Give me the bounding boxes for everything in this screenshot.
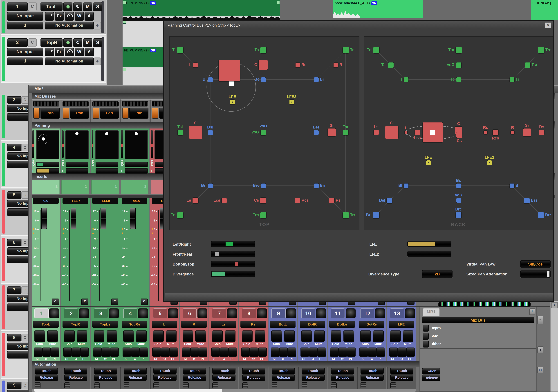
speaker-node[interactable]	[314, 130, 318, 135]
monitor-button[interactable]	[65, 48, 74, 56]
speaker-node[interactable]	[510, 77, 514, 82]
speaker-node[interactable]	[343, 130, 348, 135]
channel-name[interactable]: BotL	[270, 321, 296, 328]
speaker-node[interactable]	[295, 63, 300, 67]
solo-button[interactable]	[360, 331, 371, 342]
phase-button[interactable]	[368, 348, 377, 357]
pan-pad[interactable]	[95, 130, 119, 159]
speaker-node[interactable]	[208, 183, 213, 188]
speaker-node[interactable]	[373, 212, 379, 218]
pan-mini-slider[interactable]	[121, 130, 123, 158]
fader-value[interactable]: -144.5	[92, 198, 118, 204]
pan-mini-slider[interactable]	[62, 130, 64, 158]
horizontal-scrollbar[interactable]	[32, 389, 416, 392]
automation-toggle[interactable]	[272, 382, 278, 388]
add-automation-button[interactable]: +	[94, 22, 101, 29]
sf-button[interactable]	[152, 348, 161, 357]
release-button[interactable]: Release	[183, 375, 206, 381]
speaker-node[interactable]	[415, 130, 420, 135]
phase-button[interactable]	[190, 348, 199, 357]
solo-button[interactable]	[331, 331, 341, 342]
pf-button[interactable]	[80, 348, 89, 357]
speaker-node[interactable]	[295, 198, 300, 203]
solo-button[interactable]: S	[93, 38, 102, 47]
phase-button[interactable]	[220, 348, 228, 357]
close-icon[interactable]: ×	[545, 22, 551, 28]
safe-checkbox[interactable]	[423, 333, 429, 340]
speaker-node[interactable]	[423, 122, 443, 142]
add-button[interactable]: +	[529, 308, 535, 315]
pan-dot[interactable]	[75, 132, 78, 135]
pan-dot[interactable]	[105, 132, 108, 135]
sf-button[interactable]	[63, 348, 72, 357]
touch-button[interactable]: Touch	[64, 368, 87, 374]
touch-button[interactable]: Touch	[242, 368, 265, 374]
automation-toggle[interactable]	[64, 382, 70, 388]
channel-number-button[interactable]: 6	[183, 308, 197, 318]
track-number-button[interactable]: 7	[7, 286, 21, 294]
solo-button[interactable]	[271, 331, 282, 342]
release-button[interactable]: Release	[331, 375, 354, 381]
channel-name[interactable]: TopLs	[92, 321, 118, 328]
release-button[interactable]: Release	[212, 375, 235, 381]
channel-number-button[interactable]: 12	[360, 308, 375, 318]
solo-button[interactable]	[123, 331, 134, 342]
bus-assign-button[interactable]	[93, 108, 99, 119]
solo-button[interactable]	[64, 331, 75, 342]
divergence-type-value[interactable]: 2D	[422, 270, 453, 278]
speaker-node[interactable]	[456, 183, 461, 188]
pf-button[interactable]	[169, 348, 178, 357]
touch-button[interactable]: Touch	[331, 368, 354, 374]
track-number-button[interactable]: 6	[7, 239, 21, 246]
speaker-node[interactable]	[405, 131, 407, 134]
speaker-node[interactable]	[539, 130, 544, 135]
channel-name[interactable]: L	[152, 321, 177, 328]
solo-button[interactable]	[35, 331, 45, 342]
phase-button[interactable]	[161, 348, 169, 357]
insert-slot[interactable]: 1	[91, 180, 119, 194]
automation-mode-button[interactable]: No Automation	[45, 22, 94, 29]
clip-handle[interactable]	[123, 1, 126, 4]
channel-number-button[interactable]: 2	[64, 308, 78, 318]
track-name-button[interactable]: TopR	[41, 38, 62, 47]
pf-button[interactable]	[51, 348, 59, 357]
pf-button[interactable]	[317, 348, 326, 357]
fader-value[interactable]: 0.0	[33, 198, 59, 204]
speaker-node[interactable]	[538, 47, 544, 53]
speaker-node[interactable]	[328, 128, 336, 136]
automation-toggle[interactable]	[361, 382, 366, 388]
fader-value[interactable]: -144.5	[122, 198, 148, 204]
mute-button[interactable]: M	[83, 2, 92, 11]
l-bar[interactable]	[36, 168, 59, 174]
sf-button[interactable]	[389, 348, 398, 357]
speaker-node[interactable]	[289, 100, 294, 104]
automation-toggle[interactable]	[124, 382, 129, 388]
pf-button[interactable]	[406, 348, 415, 357]
channel-name[interactable]: TopR	[63, 321, 88, 328]
sf-button[interactable]	[360, 348, 368, 357]
release-button[interactable]: Release	[64, 375, 87, 381]
channel-name[interactable]: TopRs	[122, 321, 148, 328]
channel-knob[interactable]	[316, 308, 326, 318]
mute-button[interactable]	[314, 331, 324, 342]
sf-button[interactable]	[300, 348, 309, 357]
list-button[interactable]	[45, 12, 54, 21]
speaker-node[interactable]	[426, 160, 431, 165]
clip-handle[interactable]	[123, 21, 126, 24]
track-name-button[interactable]: TopL	[41, 2, 62, 11]
automation-toggle[interactable]	[153, 382, 159, 388]
calibrate-button[interactable]: C	[141, 298, 148, 305]
divergence-slider[interactable]	[211, 271, 255, 277]
touch-button[interactable]: Touch	[361, 368, 384, 374]
speaker-node[interactable]	[510, 183, 514, 188]
add-automation-button[interactable]: +	[94, 58, 101, 65]
automation-toggle[interactable]	[183, 382, 189, 388]
release-button[interactable]: Release	[390, 375, 413, 381]
speaker-node[interactable]	[456, 47, 462, 53]
speaker-node[interactable]	[259, 60, 268, 69]
channel-name[interactable]: BotRs	[359, 321, 384, 328]
insert-slot[interactable]: 1	[121, 180, 148, 194]
speaker-node[interactable]	[456, 62, 461, 68]
top-view-panel[interactable]: TOP Tl Tc Tr L C Rc R Bl	[169, 36, 359, 230]
channel-number-button[interactable]: 4	[123, 308, 138, 318]
